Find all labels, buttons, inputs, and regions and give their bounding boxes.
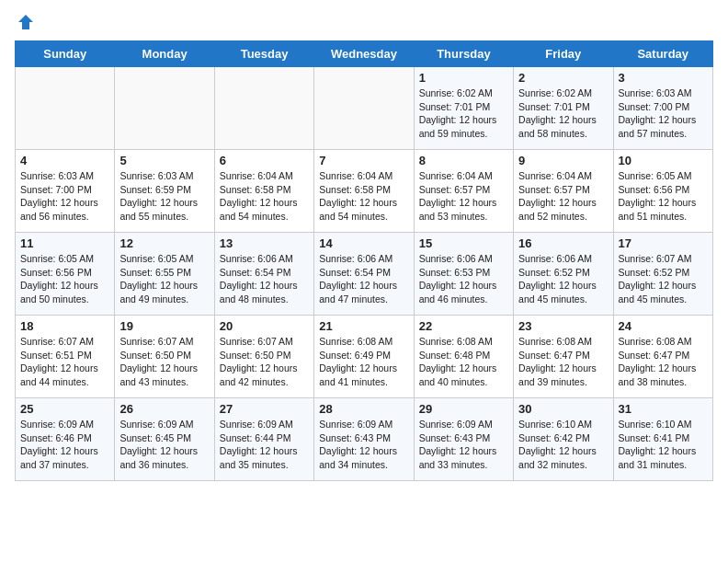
sunrise-text: Sunrise: 6:07 AM [20,336,94,347]
calendar-cell: 1 Sunrise: 6:02 AM Sunset: 7:01 PM Dayli… [414,67,513,150]
day-number: 23 [518,319,608,333]
day-info: Sunrise: 6:05 AM Sunset: 6:55 PM Dayligh… [119,252,209,306]
calendar-cell: 4 Sunrise: 6:03 AM Sunset: 7:00 PM Dayli… [16,150,115,233]
sunrise-text: Sunrise: 6:02 AM [419,87,493,98]
day-info: Sunrise: 6:03 AM Sunset: 6:59 PM Dayligh… [119,169,209,224]
day-number: 11 [20,236,109,250]
calendar-cell: 13 Sunrise: 6:06 AM Sunset: 6:54 PM Dayl… [214,233,313,316]
sunrise-text: Sunrise: 6:06 AM [419,253,493,264]
day-info: Sunrise: 6:09 AM Sunset: 6:43 PM Dayligh… [319,418,408,472]
sunset-text: Sunset: 6:54 PM [319,267,391,278]
sunset-text: Sunset: 6:51 PM [20,350,92,361]
sunrise-text: Sunrise: 6:04 AM [319,170,392,181]
day-number: 22 [419,319,508,333]
daylight-text: Daylight: 12 hours and 37 minutes. [20,445,98,470]
daylight-text: Daylight: 12 hours and 45 minutes. [518,280,597,304]
calendar-cell: 6 Sunrise: 6:04 AM Sunset: 6:58 PM Dayli… [214,150,313,233]
sunrise-text: Sunrise: 6:06 AM [518,253,592,264]
sunset-text: Sunset: 6:48 PM [419,350,491,361]
calendar-week-row: 11 Sunrise: 6:05 AM Sunset: 6:56 PM Dayl… [16,233,713,316]
sunset-text: Sunset: 6:44 PM [220,432,291,443]
calendar-cell: 8 Sunrise: 6:04 AM Sunset: 6:57 PM Dayli… [414,150,513,233]
day-number: 10 [619,154,708,167]
calendar-cell: 10 Sunrise: 6:05 AM Sunset: 6:56 PM Dayl… [613,150,712,233]
sunrise-text: Sunrise: 6:10 AM [518,419,592,430]
calendar-cell [314,67,414,150]
sunrise-text: Sunrise: 6:09 AM [20,419,94,430]
sunset-text: Sunset: 6:49 PM [319,350,391,361]
svg-marker-0 [18,15,33,29]
day-info: Sunrise: 6:10 AM Sunset: 6:41 PM Dayligh… [619,418,708,472]
calendar-cell: 21 Sunrise: 6:08 AM Sunset: 6:49 PM Dayl… [314,316,414,398]
sunset-text: Sunset: 6:52 PM [619,267,690,278]
day-info: Sunrise: 6:03 AM Sunset: 7:00 PM Dayligh… [619,86,708,141]
daylight-text: Daylight: 12 hours and 35 minutes. [220,445,298,470]
day-info: Sunrise: 6:08 AM Sunset: 6:47 PM Dayligh… [619,335,708,389]
daylight-text: Daylight: 12 hours and 50 minutes. [20,280,98,304]
sunrise-text: Sunrise: 6:03 AM [619,87,692,98]
day-number: 19 [119,319,209,333]
sunrise-text: Sunrise: 6:06 AM [319,253,392,264]
calendar-week-row: 1 Sunrise: 6:02 AM Sunset: 7:01 PM Dayli… [16,67,713,150]
sunset-text: Sunset: 6:46 PM [20,432,92,443]
calendar-cell: 27 Sunrise: 6:09 AM Sunset: 6:44 PM Dayl… [214,398,313,481]
day-number: 6 [220,154,309,167]
calendar-cell [214,67,313,150]
calendar-cell: 18 Sunrise: 6:07 AM Sunset: 6:51 PM Dayl… [16,316,115,398]
day-number: 12 [119,236,209,250]
day-info: Sunrise: 6:04 AM Sunset: 6:57 PM Dayligh… [518,169,608,224]
calendar-week-row: 18 Sunrise: 6:07 AM Sunset: 6:51 PM Dayl… [16,316,713,398]
day-info: Sunrise: 6:05 AM Sunset: 6:56 PM Dayligh… [619,169,708,224]
sunrise-text: Sunrise: 6:04 AM [518,170,592,181]
calendar-day-header: Monday [115,41,214,67]
sunset-text: Sunset: 6:50 PM [220,350,291,361]
day-number: 3 [619,71,708,85]
day-info: Sunrise: 6:07 AM Sunset: 6:51 PM Dayligh… [20,335,109,389]
daylight-text: Daylight: 12 hours and 56 minutes. [20,197,98,222]
daylight-text: Daylight: 12 hours and 42 minutes. [220,362,298,387]
day-number: 18 [20,319,109,333]
daylight-text: Daylight: 12 hours and 32 minutes. [518,445,597,470]
sunrise-text: Sunrise: 6:07 AM [119,336,193,347]
calendar-cell: 5 Sunrise: 6:03 AM Sunset: 6:59 PM Dayli… [115,150,214,233]
day-number: 13 [220,236,309,250]
sunset-text: Sunset: 6:56 PM [20,267,92,278]
day-info: Sunrise: 6:07 AM Sunset: 6:50 PM Dayligh… [220,335,309,389]
calendar-cell: 26 Sunrise: 6:09 AM Sunset: 6:45 PM Dayl… [115,398,214,481]
daylight-text: Daylight: 12 hours and 51 minutes. [619,197,697,222]
day-number: 27 [220,402,309,416]
sunset-text: Sunset: 6:56 PM [619,184,690,195]
daylight-text: Daylight: 12 hours and 55 minutes. [119,197,198,222]
calendar-cell: 17 Sunrise: 6:07 AM Sunset: 6:52 PM Dayl… [613,233,712,316]
daylight-text: Daylight: 12 hours and 47 minutes. [319,280,397,304]
day-number: 24 [619,319,708,333]
day-number: 30 [518,402,608,416]
day-number: 28 [319,402,408,416]
day-info: Sunrise: 6:06 AM Sunset: 6:54 PM Dayligh… [319,252,408,306]
day-info: Sunrise: 6:07 AM Sunset: 6:52 PM Dayligh… [619,252,708,306]
sunrise-text: Sunrise: 6:07 AM [220,336,293,347]
sunset-text: Sunset: 6:58 PM [220,184,291,195]
day-info: Sunrise: 6:02 AM Sunset: 7:01 PM Dayligh… [419,86,508,141]
calendar-day-header: Thursday [414,41,513,67]
calendar-cell: 7 Sunrise: 6:04 AM Sunset: 6:58 PM Dayli… [314,150,414,233]
calendar-cell: 29 Sunrise: 6:09 AM Sunset: 6:43 PM Dayl… [414,398,513,481]
calendar-cell: 14 Sunrise: 6:06 AM Sunset: 6:54 PM Dayl… [314,233,414,316]
sunrise-text: Sunrise: 6:05 AM [619,170,692,181]
daylight-text: Daylight: 12 hours and 36 minutes. [119,445,198,470]
day-info: Sunrise: 6:08 AM Sunset: 6:49 PM Dayligh… [319,335,408,389]
day-info: Sunrise: 6:03 AM Sunset: 7:00 PM Dayligh… [20,169,109,224]
day-info: Sunrise: 6:08 AM Sunset: 6:48 PM Dayligh… [419,335,508,389]
day-number: 2 [518,71,608,85]
sunrise-text: Sunrise: 6:05 AM [119,253,193,264]
day-info: Sunrise: 6:10 AM Sunset: 6:42 PM Dayligh… [518,418,608,472]
calendar-week-row: 4 Sunrise: 6:03 AM Sunset: 7:00 PM Dayli… [16,150,713,233]
daylight-text: Daylight: 12 hours and 46 minutes. [419,280,497,304]
calendar-cell: 22 Sunrise: 6:08 AM Sunset: 6:48 PM Dayl… [414,316,513,398]
calendar-day-header: Sunday [16,41,115,67]
sunset-text: Sunset: 7:00 PM [20,184,92,195]
calendar-cell: 19 Sunrise: 6:07 AM Sunset: 6:50 PM Dayl… [115,316,214,398]
sunrise-text: Sunrise: 6:03 AM [20,170,94,181]
sunrise-text: Sunrise: 6:09 AM [319,419,392,430]
sunset-text: Sunset: 6:47 PM [518,350,590,361]
